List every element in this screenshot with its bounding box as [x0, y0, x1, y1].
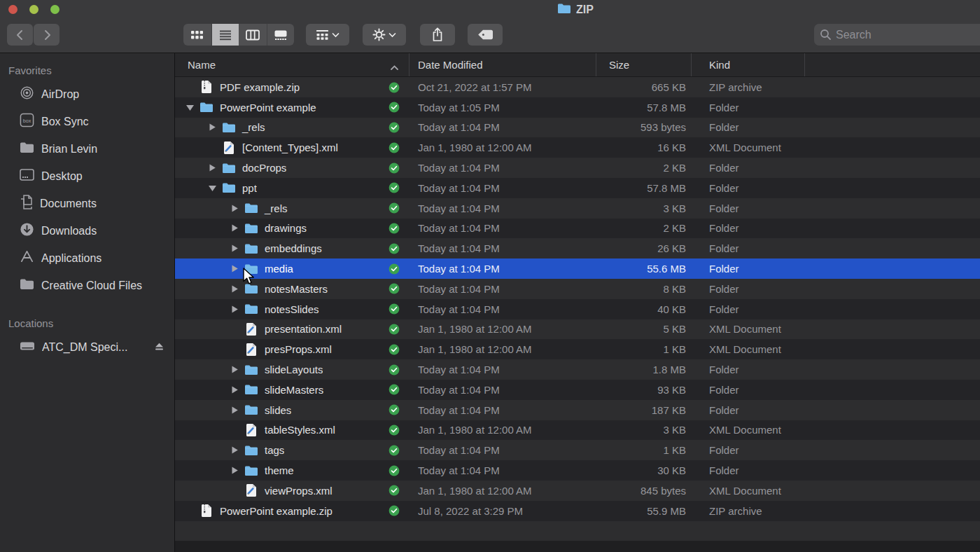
file-row-embeddings[interactable]: embeddingsToday at 1:04 PM26 KBFolder — [175, 238, 980, 258]
file-row-tags[interactable]: tagsToday at 1:04 PM1 KBFolder — [175, 440, 980, 460]
xml-file-icon — [220, 141, 238, 155]
file-row-rels[interactable]: _relsToday at 1:04 PM593 bytesFolder — [175, 118, 980, 138]
column-view-button[interactable] — [239, 24, 267, 46]
kind-cell: Folder — [692, 242, 805, 254]
disclosure-triangle-icon[interactable] — [227, 223, 242, 233]
disclosure-triangle-icon[interactable] — [204, 163, 220, 172]
sync-complete-badge-icon — [388, 102, 400, 113]
disclosure-triangle-icon[interactable] — [227, 385, 242, 394]
disclosure-triangle-icon[interactable] — [227, 204, 242, 213]
disclosure-triangle-icon[interactable] — [227, 466, 242, 475]
sidebar-section-label: Favorites — [8, 64, 174, 76]
view-mode-switcher — [183, 24, 294, 46]
disclosure-triangle-icon[interactable] — [227, 264, 242, 273]
file-row-tablestyles-xml[interactable]: tableStyles.xmlJan 1, 1980 at 12:00 AM3 … — [175, 420, 980, 441]
file-name: theme — [260, 464, 294, 476]
gallery-view-button[interactable] — [267, 24, 295, 46]
close-window-button[interactable] — [8, 5, 18, 14]
downloads-icon — [20, 222, 34, 240]
sidebar-item-airdrop[interactable]: AirDrop — [0, 81, 174, 108]
sync-complete-badge-icon — [388, 82, 400, 93]
disclosure-triangle-icon[interactable] — [227, 284, 242, 294]
file-row-slides[interactable]: slidesToday at 1:04 PM187 KBFolder — [175, 400, 980, 420]
disclosure-triangle-icon[interactable] — [182, 104, 197, 111]
file-name: notesSlides — [260, 303, 319, 315]
icon-view-button[interactable] — [183, 24, 211, 46]
action-gear-button[interactable] — [363, 24, 406, 46]
folder-file-icon — [242, 263, 260, 275]
file-row-powerpoint-example[interactable]: PowerPoint exampleToday at 1:05 PM57.8 M… — [175, 97, 980, 118]
file-row-drawings[interactable]: drawingsToday at 1:04 PM2 KBFolder — [175, 219, 980, 239]
forward-button[interactable] — [34, 24, 59, 46]
folder-file-icon — [242, 364, 260, 375]
column-header-size[interactable]: Size — [596, 53, 692, 76]
sidebar-item-documents[interactable]: Documents — [0, 190, 174, 217]
column-header-name[interactable]: Name — [175, 53, 410, 76]
file-row-pdf-example-zip[interactable]: PDF example.zipOct 21, 2022 at 1:57 PM66… — [175, 77, 980, 97]
size-cell: 55.6 MB — [596, 263, 692, 275]
kind-cell: Folder — [692, 162, 805, 174]
file-row-docprops[interactable]: docPropsToday at 1:04 PM2 KBFolder — [175, 158, 980, 178]
disclosure-triangle-icon[interactable] — [227, 365, 242, 374]
file-row-presprops-xml[interactable]: presProps.xmlJan 1, 1980 at 12:00 AM1 KB… — [175, 339, 980, 359]
disclosure-triangle-icon[interactable] — [227, 446, 242, 455]
sidebar-item-box-sync[interactable]: boxBox Sync — [0, 108, 174, 135]
file-row-theme[interactable]: themeToday at 1:04 PM30 KBFolder — [175, 460, 980, 481]
file-row-rels[interactable]: _relsToday at 1:04 PM3 KBFolder — [175, 198, 980, 219]
file-row-viewprops-xml[interactable]: viewProps.xmlJan 1, 1980 at 12:00 AM845 … — [175, 481, 980, 501]
search-field[interactable] — [814, 24, 980, 46]
size-cell: 1 KB — [596, 444, 692, 456]
disclosure-triangle-icon[interactable] — [227, 305, 242, 314]
sidebar-item-applications[interactable]: Applications — [0, 244, 174, 272]
kind-cell: XML Document — [692, 142, 805, 153]
file-row-notesslides[interactable]: notesSlidesToday at 1:04 PM40 KBFolder — [175, 299, 980, 319]
window-title-text: ZIP — [576, 4, 594, 16]
zoom-window-button[interactable] — [50, 5, 59, 14]
minimize-window-button[interactable] — [29, 5, 38, 14]
empty-row-stripe — [175, 521, 980, 541]
group-by-button[interactable] — [306, 24, 349, 46]
file-row-ppt[interactable]: pptToday at 1:04 PM57.8 MBFolder — [175, 178, 980, 198]
size-cell: 55.9 MB — [596, 505, 692, 517]
disclosure-triangle-icon[interactable] — [204, 123, 220, 132]
chevron-down-icon — [388, 32, 396, 38]
date-modified-cell: Today at 1:04 PM — [410, 242, 596, 254]
sync-complete-badge-icon — [388, 303, 400, 315]
file-row-content-types-xml[interactable]: [Content_Types].xmlJan 1, 1980 at 12:00 … — [175, 137, 980, 158]
file-name: viewProps.xml — [260, 485, 332, 497]
folder-file-icon — [242, 283, 260, 294]
share-button[interactable] — [420, 24, 455, 46]
file-row-powerpoint-example-zip[interactable]: PowerPoint example.zipJul 8, 2022 at 3:2… — [175, 501, 980, 521]
sidebar-item-downloads[interactable]: Downloads — [0, 217, 174, 244]
drive-icon — [20, 340, 35, 354]
column-header-date-modified[interactable]: Date Modified — [410, 53, 596, 76]
list-view-button[interactable] — [211, 24, 239, 46]
eject-icon[interactable] — [154, 341, 164, 354]
sidebar-item-creative-cloud-files[interactable]: Creative Cloud Files — [0, 272, 174, 299]
sidebar-item-desktop[interactable]: Desktop — [0, 163, 174, 190]
tag-button[interactable] — [468, 24, 503, 46]
date-modified-cell: Oct 21, 2022 at 1:57 PM — [410, 81, 596, 93]
file-row-slidelayouts[interactable]: slideLayoutsToday at 1:04 PM1.8 MBFolder — [175, 359, 980, 380]
size-cell: 26 KB — [596, 242, 692, 254]
date-modified-cell: Today at 1:04 PM — [410, 182, 596, 194]
back-button[interactable] — [7, 24, 33, 46]
column-header-kind[interactable]: Kind — [692, 53, 805, 76]
kind-cell: ZIP archive — [692, 81, 805, 93]
file-row-notesmasters[interactable]: notesMastersToday at 1:04 PM8 KBFolder — [175, 279, 980, 299]
applications-icon — [20, 250, 34, 266]
search-input[interactable] — [836, 29, 980, 41]
date-modified-cell: Today at 1:04 PM — [410, 263, 596, 275]
disclosure-triangle-icon[interactable] — [227, 406, 242, 415]
kind-cell: Folder — [692, 283, 805, 295]
file-row-slidemasters[interactable]: slideMastersToday at 1:04 PM93 KBFolder — [175, 380, 980, 400]
sync-complete-badge-icon — [388, 163, 400, 174]
sidebar-item-brian-levin[interactable]: Brian Levin — [0, 135, 174, 163]
disclosure-triangle-icon[interactable] — [227, 244, 242, 253]
date-modified-cell: Today at 1:04 PM — [410, 303, 596, 315]
size-cell: 1 KB — [596, 343, 692, 355]
disclosure-triangle-icon[interactable] — [204, 184, 220, 192]
file-row-presentation-xml[interactable]: presentation.xmlJan 1, 1980 at 12:00 AM5… — [175, 319, 980, 340]
file-row-media[interactable]: mediaToday at 1:04 PM55.6 MBFolder — [175, 258, 980, 279]
sidebar-item-atc-dm-speci[interactable]: ATC_DM Speci... — [0, 333, 174, 361]
